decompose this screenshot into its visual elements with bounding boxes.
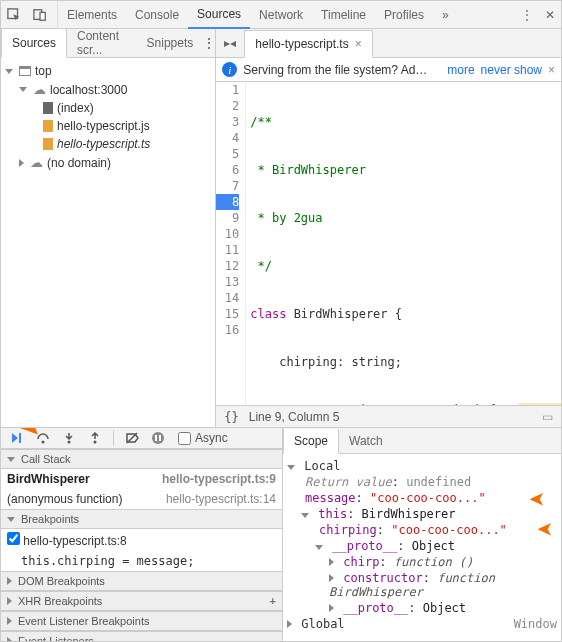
event-listeners-header[interactable]: Event Listeners xyxy=(1,631,282,641)
code-lines: /** * BirdWhisperer * by 2gua */ class B… xyxy=(246,82,561,405)
pause-exceptions-button[interactable] xyxy=(146,428,170,448)
frame-icon xyxy=(19,66,31,76)
navigator-pane: Sources Content scr... Snippets ⋮ top ☁l… xyxy=(1,29,216,427)
scope-chirp-fn[interactable]: chirp: function () xyxy=(287,554,557,570)
scope-tabs: Scope Watch xyxy=(283,428,561,454)
scope-this[interactable]: this: BirdWhisperer xyxy=(287,506,557,522)
tab-timeline[interactable]: Timeline xyxy=(312,2,375,28)
statusbar-end-icon[interactable]: ▭ xyxy=(542,410,553,424)
info-icon: i xyxy=(222,62,237,77)
cloud-icon: ☁ xyxy=(33,82,46,97)
callstack-frame[interactable]: BirdWhispererhello-typescript.ts:9 xyxy=(1,469,282,489)
dom-breakpoints-header[interactable]: DOM Breakpoints xyxy=(1,571,282,591)
debugger-right: Scope Watch Local Return value: undefine… xyxy=(283,428,561,641)
tab-overflow-icon[interactable]: » xyxy=(433,2,458,28)
scope-global[interactable]: GlobalWindow xyxy=(287,616,557,632)
add-xhr-breakpoint-button[interactable]: + xyxy=(270,595,276,607)
tab-watch[interactable]: Watch xyxy=(339,429,393,453)
subtab-snippets[interactable]: Snippets xyxy=(137,29,204,57)
svg-point-6 xyxy=(94,441,97,444)
tree-nodomain-label: (no domain) xyxy=(47,156,111,170)
line-gutter: 12345678910111213141516 xyxy=(216,82,246,405)
event-listener-breakpoints-header[interactable]: Event Listener Breakpoints xyxy=(1,611,282,631)
tab-profiles[interactable]: Profiles xyxy=(375,2,433,28)
navigator-tabs: Sources Content scr... Snippets ⋮ xyxy=(1,29,215,58)
scope-panel: Local Return value: undefined message: "… xyxy=(283,454,561,641)
tree-file-ts[interactable]: hello-typescript.ts xyxy=(1,135,215,153)
svg-rect-2 xyxy=(40,12,45,20)
file-icon xyxy=(43,120,53,132)
pretty-print-icon[interactable]: {} xyxy=(224,410,238,424)
svg-rect-10 xyxy=(159,435,161,441)
tree-file-label: hello-typescript.js xyxy=(57,119,150,133)
tab-sources[interactable]: Sources xyxy=(188,1,250,29)
navigator-more-icon[interactable]: ⋮ xyxy=(203,36,215,50)
tree-host-label: localhost:3000 xyxy=(50,83,127,97)
scope-proto[interactable]: __proto__: Object xyxy=(287,538,557,554)
svg-point-8 xyxy=(152,432,164,444)
tree-host[interactable]: ☁localhost:3000 xyxy=(1,80,215,99)
infobar-close-icon[interactable]: × xyxy=(548,63,555,77)
infobar-msg: Serving from the file system? Ad… xyxy=(243,63,441,77)
file-tabs: ▸◂ hello-typescript.ts× xyxy=(216,29,561,58)
breakpoints-header[interactable]: Breakpoints xyxy=(1,509,282,529)
tree-file-js[interactable]: hello-typescript.js xyxy=(1,117,215,135)
file-icon xyxy=(43,102,53,114)
close-tab-icon[interactable]: × xyxy=(355,37,362,51)
info-bar: i Serving from the file system? Ad… more… xyxy=(216,58,561,82)
step-over-button[interactable] xyxy=(31,428,55,448)
tab-scope[interactable]: Scope xyxy=(283,429,339,454)
tree-file-label: hello-typescript.ts xyxy=(57,137,150,151)
tree-file-label: (index) xyxy=(57,101,94,115)
step-out-button[interactable] xyxy=(83,428,107,448)
debugger-toolbar: Async xyxy=(1,428,282,449)
close-icon[interactable]: ✕ xyxy=(539,4,561,26)
main-layout: Sources Content scr... Snippets ⋮ top ☁l… xyxy=(1,29,561,427)
editor-pane: ▸◂ hello-typescript.ts× i Serving from t… xyxy=(216,29,561,427)
editor-statusbar: {} Line 9, Column 5 ▭ xyxy=(216,405,561,427)
scope-return: Return value: undefined xyxy=(287,474,557,490)
debugger-pane: ➤ Async Call Stack BirdWhispererhello-ty… xyxy=(1,427,561,641)
tab-network[interactable]: Network xyxy=(250,2,312,28)
inspect-icon[interactable] xyxy=(1,4,27,26)
infobar-never-link[interactable]: never show xyxy=(481,63,542,77)
cloud-icon: ☁ xyxy=(30,155,43,170)
scope-local[interactable]: Local xyxy=(287,458,557,474)
callstack-frame[interactable]: (anonymous function)hello-typescript.ts:… xyxy=(1,489,282,509)
scope-chirping: chirping: "coo-coo-coo..." xyxy=(287,522,557,538)
tree-top[interactable]: top xyxy=(1,62,215,80)
breakpoint-checkbox[interactable] xyxy=(7,532,20,545)
resume-button[interactable] xyxy=(5,428,29,448)
breakpoint-code: this.chirping = message; xyxy=(1,551,282,571)
debugger-left: ➤ Async Call Stack BirdWhispererhello-ty… xyxy=(1,428,283,641)
svg-rect-9 xyxy=(155,435,157,441)
tree-nodomain[interactable]: ☁(no domain) xyxy=(1,153,215,172)
deactivate-breakpoints-button[interactable] xyxy=(120,428,144,448)
tree-file-index[interactable]: (index) xyxy=(1,99,215,117)
breakpoint-item[interactable]: hello-typescript.ts:8 xyxy=(1,529,282,551)
callstack-header[interactable]: Call Stack xyxy=(1,449,282,469)
async-checkbox[interactable]: Async xyxy=(178,431,228,445)
scope-ctor[interactable]: constructor: function BirdWhisperer xyxy=(287,570,557,600)
file-tree: top ☁localhost:3000 (index) hello-typesc… xyxy=(1,58,215,427)
svg-point-5 xyxy=(68,441,71,444)
file-tab[interactable]: hello-typescript.ts× xyxy=(244,30,372,58)
toggle-navigator-icon[interactable]: ▸◂ xyxy=(216,32,244,54)
file-tab-label: hello-typescript.ts xyxy=(255,37,348,51)
subtab-sources[interactable]: Sources xyxy=(1,29,67,58)
device-toggle-icon[interactable] xyxy=(27,4,53,26)
svg-point-4 xyxy=(42,441,45,444)
file-icon xyxy=(43,138,53,150)
code-editor[interactable]: 12345678910111213141516 /** * BirdWhispe… xyxy=(216,82,561,405)
infobar-more-link[interactable]: more xyxy=(447,63,474,77)
svg-rect-3 xyxy=(19,433,21,443)
scope-message: message: "coo-coo-coo..." xyxy=(287,490,557,506)
scope-proto2[interactable]: __proto__: Object xyxy=(287,600,557,616)
step-into-button[interactable] xyxy=(57,428,81,448)
async-checkbox-input[interactable] xyxy=(178,432,191,445)
tree-top-label: top xyxy=(35,64,52,78)
more-icon[interactable]: ⋮ xyxy=(515,4,539,26)
cursor-position: Line 9, Column 5 xyxy=(249,410,340,424)
xhr-breakpoints-header[interactable]: XHR Breakpoints+ xyxy=(1,591,282,611)
